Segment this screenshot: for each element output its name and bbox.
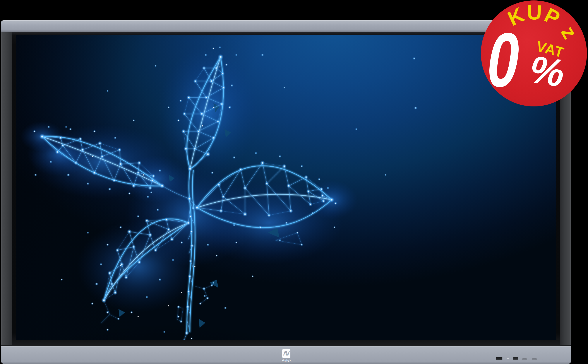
- bezel-bottom: AV Avtek: [1, 345, 571, 364]
- product-image: AV Avtek KUP z 0 VAT %: [0, 0, 588, 364]
- usb-port: [522, 358, 527, 360]
- side-panel-left: [1, 32, 12, 345]
- screen: [16, 35, 556, 340]
- power-button[interactable]: [496, 357, 503, 360]
- front-controls: [496, 346, 539, 364]
- screen-frame: [12, 32, 560, 345]
- usb-port: [532, 358, 537, 360]
- promo-badge: KUP z 0 VAT %: [481, 0, 587, 106]
- wireframe-plant-illustration: [16, 35, 556, 340]
- usb-slot: [532, 358, 536, 359]
- control-button[interactable]: [513, 357, 518, 360]
- usb-slot: [523, 358, 526, 359]
- status-led: [507, 358, 509, 359]
- brand-name: Avtek: [282, 358, 291, 363]
- promo-badge-zero: 0: [486, 21, 520, 98]
- brand-logo: AV Avtek: [282, 349, 291, 363]
- brand-logo-monogram: AV: [282, 349, 290, 358]
- promo-badge-percent: %: [527, 50, 567, 93]
